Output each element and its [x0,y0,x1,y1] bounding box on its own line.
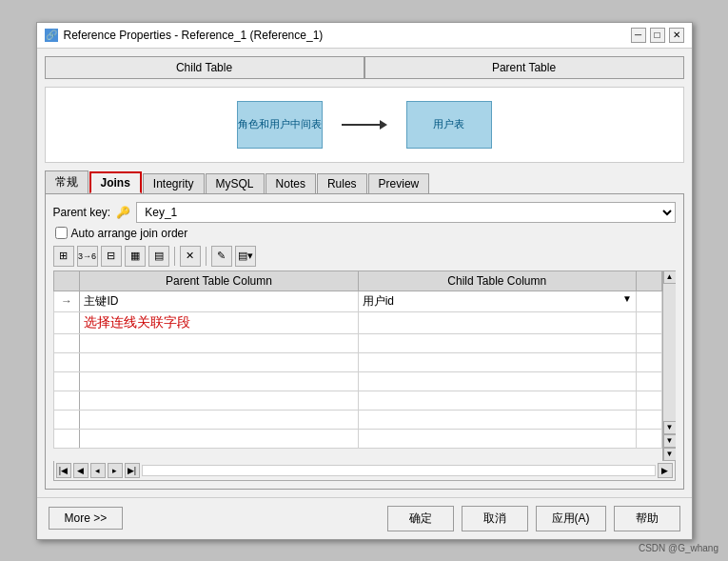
diagram-area: 角色和用户中间表 用户表 [45,87,684,163]
parent-cell-7[interactable] [80,429,358,448]
parent-table-box: 用户表 [406,101,492,149]
joins-table-inner: Parent Table Column Child Table Column →… [53,270,662,461]
maximize-button[interactable]: □ [650,28,665,43]
row-indicator-0: → [53,291,80,311]
child-cell-7[interactable] [358,429,636,448]
child-cell-6[interactable] [358,410,636,429]
child-cell-0[interactable]: 用户id ▼ [358,291,636,311]
child-cell-5[interactable] [358,391,636,410]
joins-toolbar: ⊞ 3→6 ⊟ ▦ ▤ ✕ ✎ ▤▾ [53,246,676,267]
joins-table-wrapper: Parent Table Column Child Table Column →… [53,270,676,461]
scroll-down-btn3[interactable]: ▼ [663,448,676,461]
parent-key-select[interactable]: Key_1 [136,202,675,223]
scroll-first-btn[interactable]: |◀ [56,463,71,478]
scroll-last-btn[interactable]: ▶| [125,463,140,478]
tab-notes[interactable]: Notes [266,173,316,193]
table-row [53,410,661,429]
footer: More >> 确定 取消 应用(A) 帮助 [37,497,692,539]
toolbar-grid-btn[interactable]: ⊞ [53,246,74,267]
horizontal-scroll-track[interactable] [142,465,656,476]
tab-mysql[interactable]: MySQL [206,173,265,193]
tab-preview[interactable]: Preview [368,173,430,193]
diagram-inner: 角色和用户中间表 用户表 [237,101,492,149]
joins-table: Parent Table Column Child Table Column →… [53,270,662,449]
relationship-arrow [342,120,387,130]
child-cell-4[interactable] [358,371,636,391]
child-cell-2[interactable] [358,333,636,352]
tab-panel-joins: Parent key: 🔑 Key_1 Auto arrange join or… [45,193,684,490]
toolbar-edit-btn[interactable]: ✎ [211,246,232,267]
footer-right: 确定 取消 应用(A) 帮助 [387,506,680,531]
toolbar-export-btn[interactable]: ▤▾ [235,246,256,267]
row-indicator-6 [53,410,80,429]
toolbar-table2-btn[interactable]: ▤ [148,246,169,267]
arrow-head [380,120,387,130]
close-button[interactable]: ✕ [669,28,684,43]
auto-arrange-checkbox[interactable] [55,227,68,239]
scroll-prev2-btn[interactable]: ◂ [90,463,106,478]
indicator-header [53,270,80,291]
child-cell-1[interactable] [358,311,636,333]
parent-cell-6[interactable] [80,410,358,429]
child-table-header: Child Table [45,56,364,79]
auto-arrange-row: Auto arrange join order [53,227,676,240]
right-scrollbar: ▲ ▼ ▼ ▼ [662,270,676,461]
table-row: → 主键ID 用户id ▼ [53,291,661,311]
parent-cell-4[interactable] [80,371,358,391]
arrow-line [342,124,380,126]
title-bar-left: 🔗 Reference Properties - Reference_1 (Re… [45,29,324,42]
parent-cell-3[interactable] [80,352,358,371]
row-indicator-5 [53,391,80,410]
tab-changgui[interactable]: 常规 [45,170,89,193]
tab-joins[interactable]: Joins [89,171,142,193]
table-row [53,333,661,352]
extra-cell-6 [636,410,661,429]
toolbar-123-btn[interactable]: 3→6 [77,246,98,267]
table-row [53,429,661,448]
key-icon: 🔑 [116,206,130,219]
parent-cell-2[interactable] [80,333,358,352]
table-header-row: Child Table Parent Table [45,56,684,79]
scroll-track-v [663,284,676,421]
window-title: Reference Properties - Reference_1 (Refe… [64,29,324,42]
row-indicator-2 [53,333,80,352]
more-button[interactable]: More >> [49,507,124,530]
ok-button[interactable]: 确定 [387,506,454,531]
scroll-prev-btn[interactable]: ◀ [73,463,89,478]
scroll-right-btn[interactable]: ▶ [658,463,673,478]
parent-table-header: Parent Table [364,56,684,79]
footer-left: More >> [49,507,124,530]
row-indicator-7 [53,429,80,448]
parent-key-row: Parent key: 🔑 Key_1 [53,202,676,223]
table-row [53,371,661,391]
parent-cell-0[interactable]: 主键ID [80,291,358,311]
extra-cell-4 [636,371,661,391]
extra-cell-7 [636,429,661,448]
tab-rules[interactable]: Rules [317,173,367,193]
toolbar-sep2 [206,247,207,266]
parent-cell-5[interactable] [80,391,358,410]
scroll-up-btn[interactable]: ▲ [663,270,676,284]
child-cell-3[interactable] [358,352,636,371]
extra-cell-1 [636,311,661,333]
scroll-down-btn2[interactable]: ▼ [663,434,676,448]
watermark: CSDN @G_whang [639,543,718,553]
cancel-button[interactable]: 取消 [462,506,528,531]
apply-button[interactable]: 应用(A) [536,506,606,531]
help-button[interactable]: 帮助 [614,506,680,531]
toolbar-table-btn[interactable]: ▦ [125,246,146,267]
scroll-down-btn1[interactable]: ▼ [663,421,676,434]
extra-cell-3 [636,352,661,371]
col-extra [636,270,661,291]
scroll-next-btn[interactable]: ▸ [108,463,123,478]
title-buttons: ─ □ ✕ [631,28,684,43]
main-window: 🔗 Reference Properties - Reference_1 (Re… [36,22,693,540]
toolbar-grid2-btn[interactable]: ⊟ [101,246,122,267]
toolbar-delete-btn[interactable]: ✕ [180,246,201,267]
child-table-box: 角色和用户中间表 [237,101,323,149]
minimize-button[interactable]: ─ [631,28,646,43]
table-row [53,352,661,371]
child-col-header: Child Table Column [358,270,636,291]
parent-cell-1[interactable]: 选择连线关联字段 [80,311,358,333]
tab-integrity[interactable]: Integrity [143,173,205,193]
